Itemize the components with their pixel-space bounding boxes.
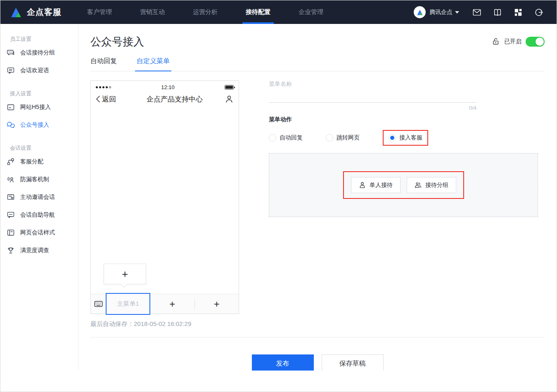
nav-item-reception-config[interactable]: 接待配置: [238, 0, 278, 24]
wechat-bubbles-icon: [6, 120, 15, 130]
primary-nav: 客户管理 营销互动 运营分析 接待配置 企业管理: [73, 0, 337, 24]
account-caret-down-icon[interactable]: [455, 11, 459, 14]
bubble-lines-icon: [6, 210, 15, 220]
tabs: 自动回复 自定义菜单: [90, 57, 545, 71]
main-menu-1-slot[interactable]: 主菜单1: [106, 293, 150, 315]
assignment-nodes-icon: [6, 157, 15, 166]
status-area: 已开启: [492, 37, 545, 47]
sidebar-item-self-navigation[interactable]: 会话自助导航: [0, 206, 78, 224]
agent-group-label: 接待分组: [425, 182, 448, 189]
chevron-left-icon: [96, 95, 100, 103]
add-submenu-popup[interactable]: +: [104, 264, 146, 284]
single-agent-label: 单人接待: [370, 182, 393, 189]
tab-auto-reply[interactable]: 自动回复: [90, 57, 117, 71]
sidebar-item-agent-assignment[interactable]: 客服分配: [0, 153, 78, 170]
logout-icon[interactable]: [534, 8, 543, 17]
chat-group-icon: [6, 48, 15, 57]
sidebar-item-label: 会话自助导航: [20, 211, 55, 219]
agent-config-panel: 单人接待 接待分组: [269, 153, 538, 217]
sidebar-item-welcome-message[interactable]: Hi 会话欢迎语: [0, 61, 78, 79]
sidebar-section-session: 会话设置 客服分配 防漏客机制 主动邀请: [0, 136, 78, 259]
navbar-right: 腾讯企点: [414, 6, 557, 18]
popup-caret: [121, 281, 128, 288]
sidebar-item-satisfaction-survey[interactable]: 满意度调查: [0, 241, 78, 259]
nav-item-enterprise[interactable]: 企业管理: [291, 0, 331, 24]
invite-window-icon: [6, 193, 15, 202]
apps-grid-icon[interactable]: [514, 8, 523, 17]
char-counter: 0/4: [269, 105, 476, 111]
sidebar-item-label: 满意度调查: [20, 247, 49, 254]
tab-custom-menu[interactable]: 自定义菜单: [137, 57, 170, 71]
avatar-logo-icon: [416, 8, 424, 17]
sidebar-item-official-account[interactable]: 公众号接入: [0, 116, 78, 134]
menu-name-input[interactable]: [269, 88, 476, 103]
sidebar-item-label: 防漏客机制: [20, 176, 49, 183]
app-body: 员工设置 会话接待分组 Hi 会话欢迎语 接入设置: [0, 24, 557, 371]
contact-person-icon[interactable]: [225, 94, 234, 104]
official-account-title: 企点产品支持中心: [125, 94, 225, 104]
website-window-icon: [6, 103, 15, 112]
mail-icon[interactable]: [472, 8, 481, 17]
option-auto-reply[interactable]: 自动回复: [269, 134, 303, 142]
plus-icon: +: [122, 269, 128, 279]
phone-header: 返回 企点产品支持中心: [91, 91, 239, 107]
radio-icon: [269, 134, 276, 142]
qidian-logo-icon: [9, 6, 23, 19]
phone-clock: 12:10: [111, 84, 225, 90]
sidebar-item-label: 会话接待分组: [20, 49, 55, 57]
brand-name: 企点客服: [27, 7, 62, 18]
sidebar-item-label: 客服分配: [20, 158, 43, 165]
main-content: 公众号接入 已开启 自动回复 自定义菜单: [78, 24, 557, 371]
publish-button[interactable]: 发布: [252, 354, 314, 371]
signal-dots-icon: [96, 86, 111, 88]
back-label: 返回: [102, 94, 116, 104]
nav-item-marketing[interactable]: 营销互动: [133, 0, 172, 24]
option-connect-agent-highlighted[interactable]: 接入客服: [383, 130, 428, 146]
menu-action-options: 自动回复 跳转网页 接入客服: [269, 130, 545, 146]
sidebar-section-access: 接入设置 网站H5接入 公众号接入: [0, 82, 78, 134]
section-title: 接入设置: [0, 82, 78, 98]
save-draft-button[interactable]: 保存草稿: [322, 354, 384, 371]
menu-action-label: 菜单动作: [269, 116, 545, 123]
toggle-knob: [536, 38, 544, 46]
menu-form-panel: 菜单名称 0/4 菜单动作 自动回复 跳转网页: [269, 80, 545, 328]
nav-item-analytics[interactable]: 运营分析: [185, 0, 225, 24]
add-menu-2-button[interactable]: +: [150, 298, 194, 310]
single-agent-button[interactable]: 单人接待: [351, 177, 401, 193]
sidebar-item-label: 会话欢迎语: [20, 67, 49, 74]
nav-item-customer[interactable]: 客户管理: [80, 0, 119, 24]
sidebar-item-reception-groups[interactable]: 会话接待分组: [0, 44, 78, 61]
sidebar-item-label: 网页会话样式: [20, 229, 55, 236]
radio-icon: [326, 134, 333, 142]
docs-book-icon[interactable]: [493, 8, 502, 17]
unlock-icon: [492, 38, 500, 46]
keyboard-icon[interactable]: [91, 299, 106, 309]
sidebar-item-website-h5[interactable]: 网站H5接入: [0, 98, 78, 116]
battery-icon: [225, 85, 234, 90]
sidebar-item-chat-style[interactable]: 网页会话样式: [0, 224, 78, 241]
phone-menu-bar: 主菜单1 + +: [91, 294, 239, 314]
account-name[interactable]: 腾讯企点: [429, 9, 453, 16]
add-menu-3-button[interactable]: +: [195, 298, 239, 310]
sidebar-item-label: 主动邀请会话: [20, 194, 55, 201]
option-label: 跳转网页: [337, 134, 360, 142]
page-style-icon: [6, 228, 15, 237]
sidebar-item-invite-session[interactable]: 主动邀请会话: [0, 188, 78, 206]
back-button[interactable]: 返回: [96, 94, 125, 104]
bottom-divider: [90, 337, 545, 338]
agent-group-button[interactable]: 接待分组: [407, 177, 456, 193]
person-signal-icon: [6, 175, 15, 184]
menu-name-label: 菜单名称: [269, 80, 545, 88]
radio-checked-icon: [389, 134, 396, 142]
status-label: 已开启: [504, 38, 521, 45]
receive-buttons-highlight: 单人接待 接待分组: [343, 171, 464, 199]
sidebar-item-leak-prevention[interactable]: 防漏客机制: [0, 170, 78, 188]
work-area: 12:10 返回 企点产品支持中心: [90, 80, 545, 328]
account-avatar[interactable]: [414, 6, 426, 18]
page-title: 公众号接入: [90, 34, 144, 50]
option-jump-webpage[interactable]: 跳转网页: [326, 134, 360, 142]
brand: 企点客服: [0, 6, 73, 19]
enabled-toggle[interactable]: [526, 37, 545, 47]
phone-preview: 12:10 返回 企点产品支持中心: [90, 80, 239, 314]
sidebar-section-staff: 员工设置 会话接待分组 Hi 会话欢迎语: [0, 27, 78, 79]
